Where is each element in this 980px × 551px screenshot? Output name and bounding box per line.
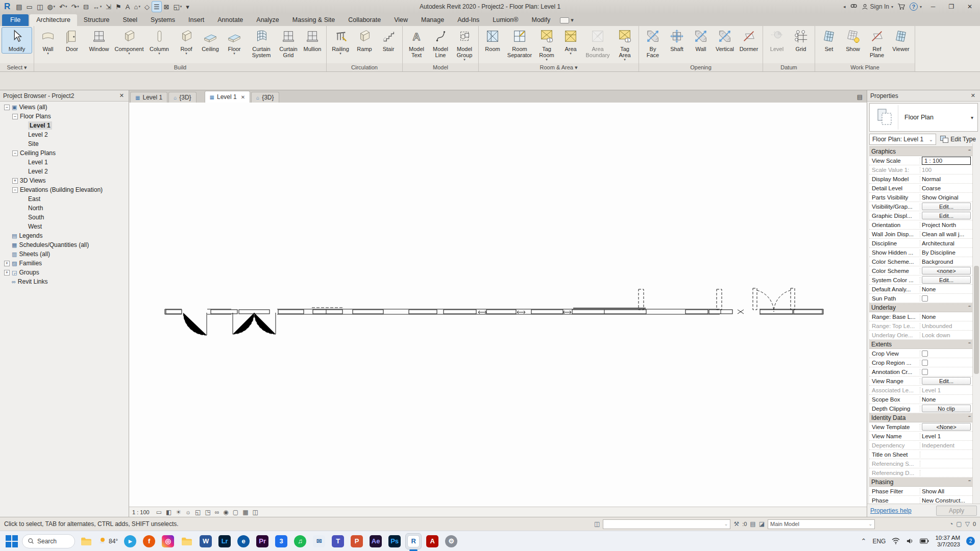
property-checkbox-sun-path[interactable] [922,295,928,302]
by-face-button[interactable]: ByFace [641,28,665,59]
floor-button[interactable]: Floor▾ [223,28,246,56]
tree-item-schedules-quantities-all[interactable]: ▦Schedules/Quantities (all) [0,240,129,249]
mullion-button[interactable]: Mullion [301,28,324,53]
ribbon-tab-structure[interactable]: Structure [77,14,116,26]
close-button[interactable]: ✕ [963,2,977,12]
undo-icon[interactable]: ↶▾ [58,2,68,12]
press-drag-icon[interactable]: ▢ [956,520,962,528]
ribbon-tab-file[interactable]: File [2,14,29,26]
instance-combo[interactable]: Floor Plan: Level 1 ⌄ [869,134,936,145]
section-header-phasing[interactable]: Phasingˆˆ [869,478,972,487]
volume-icon[interactable] [906,538,914,544]
property-value[interactable]: Clean all wall j... [922,231,964,237]
save-icon[interactable]: ◫ [35,2,44,12]
temporary-view-properties-icon[interactable]: ▢ [233,509,238,515]
taskbar-app-edge[interactable]: e [236,534,251,549]
ribbon-tab-view[interactable]: View [387,14,414,26]
properties-scrollbar[interactable] [972,143,980,504]
filter-icon[interactable]: ▽ [965,520,970,528]
taskbar-app-instagram[interactable]: ◎ [160,534,176,549]
property-value[interactable]: By Discipline [922,249,955,256]
clock[interactable]: 10:37 AM 3/7/2023 [935,535,960,548]
taskbar-app-powerpoint[interactable]: P [349,534,364,549]
grid-button[interactable]: Grid [789,28,813,53]
print-icon[interactable]: ⊟ [82,2,90,12]
open-icon[interactable]: ▭ [25,2,34,12]
tree-item-level-1[interactable]: Level 1 [0,158,129,167]
property-value[interactable]: Level 1 [922,433,941,439]
model-group-button[interactable]: ModelGroup▾ [453,28,476,62]
tree-item-north[interactable]: North [0,204,129,213]
property-button-view-range[interactable]: Edit... [922,377,971,385]
taskbar-app-mail[interactable]: ✉ [311,534,327,549]
taskbar-app-settings[interactable]: ⚙ [444,534,459,549]
tree-item-floor-plans[interactable]: −Floor Plans [0,112,129,121]
ribbon-tab-steel[interactable]: Steel [116,14,144,26]
view-tab-3d-3[interactable]: ⌂{3D} [251,92,279,103]
view-tab-3d-1[interactable]: ⌂{3D} [168,92,196,103]
tree-item-groups[interactable]: +◲Groups [0,268,129,277]
property-button-visibility-grap[interactable]: Edit... [922,203,971,210]
properties-help-link[interactable]: Properties help [870,507,912,514]
tree-item-south[interactable]: South [0,213,129,222]
view-tab-level-1-0[interactable]: ▦Level 1 [130,92,167,103]
modify-options-icon[interactable]: ▾ [560,17,574,26]
reveal-constraints-icon[interactable]: ▦ [242,509,248,515]
section-icon[interactable]: ◇ [143,2,151,12]
taskbar-app-lightroom[interactable]: Lr [217,534,232,549]
property-value[interactable]: Background [922,259,953,265]
tree-item-views-all[interactable]: −▣Views (all) [0,103,129,112]
property-button-graphic-displ[interactable]: Edit... [922,212,971,219]
room-button[interactable]: Room [481,28,504,53]
property-checkbox-crop-view[interactable] [922,350,928,357]
tree-item-west[interactable]: West [0,222,129,231]
wall-button[interactable]: Wall▾ [36,28,60,56]
taskbar-app-revit[interactable]: R [406,534,421,549]
property-value[interactable]: Coarse [922,185,941,191]
property-value[interactable]: None [922,286,936,292]
wifi-icon[interactable] [892,538,900,544]
ribbon-tab-modify[interactable]: Modify [525,14,557,26]
type-selector-dropdown-icon[interactable]: ▾ [967,115,977,120]
taskbar-app-word[interactable]: W [198,534,213,549]
property-button-system-color[interactable]: Edit... [922,276,971,284]
help-button[interactable]: ?▾ [910,3,922,11]
property-value[interactable]: New Construct... [922,497,965,504]
roof-button[interactable]: Roof▾ [175,28,198,56]
tray-chevron-icon[interactable]: ⌃ [861,537,866,545]
vertical-button[interactable]: Vertical [713,28,737,53]
tree-item-site[interactable]: Site [0,139,129,148]
shaft-button[interactable]: Shaft [665,28,689,53]
battery-icon[interactable] [920,538,929,544]
type-selector[interactable]: Floor Plan ▾ [869,103,978,132]
curtain-grid-button[interactable]: CurtainGrid [277,28,300,59]
property-value[interactable]: Show Original [922,194,959,201]
column-button[interactable]: Column▾ [144,28,174,56]
taskbar-app-premiere[interactable]: Pr [255,534,270,549]
sun-path-icon[interactable]: ☀ [176,509,181,515]
tree-item-ceiling-plans[interactable]: −Ceiling Plans [0,148,129,158]
file-properties-icon[interactable]: ▤ [14,2,23,12]
language-indicator[interactable]: ENG [872,538,886,545]
ribbon-tab-manage[interactable]: Manage [414,14,451,26]
app-store-cart-icon[interactable] [897,3,905,10]
reveal-hidden-elements-icon[interactable]: ◉ [223,509,228,515]
property-button-depth-clipping[interactable]: No clip [922,405,971,412]
property-value[interactable]: None [922,314,936,320]
section-header-identity-data[interactable]: Identity Dataˆˆ [869,413,972,422]
section-header-underlay[interactable]: Underlayˆˆ [869,303,972,312]
taskbar-app-file-explorer[interactable] [79,534,94,549]
project-browser-header[interactable]: Project Browser - Project2 ✕ [0,90,129,102]
sign-in-button[interactable]: Sign In ▾ [862,3,893,10]
show-crop-region-icon[interactable]: ◳ [205,509,210,515]
door-button[interactable]: Door [60,28,84,53]
tag-by-category-icon[interactable]: ⚑ [114,2,123,12]
tree-item-families[interactable]: +▨Families [0,259,129,268]
show-button[interactable]: Show [841,28,865,53]
taskbar-app-firefox[interactable]: f [141,534,157,549]
tree-item-level-2[interactable]: Level 2 [0,130,129,139]
text-icon[interactable]: A [124,2,132,12]
property-checkbox-crop-region[interactable] [922,360,928,366]
tree-item-east[interactable]: East [0,194,129,204]
viewer-button[interactable]: Viewer [889,28,913,53]
